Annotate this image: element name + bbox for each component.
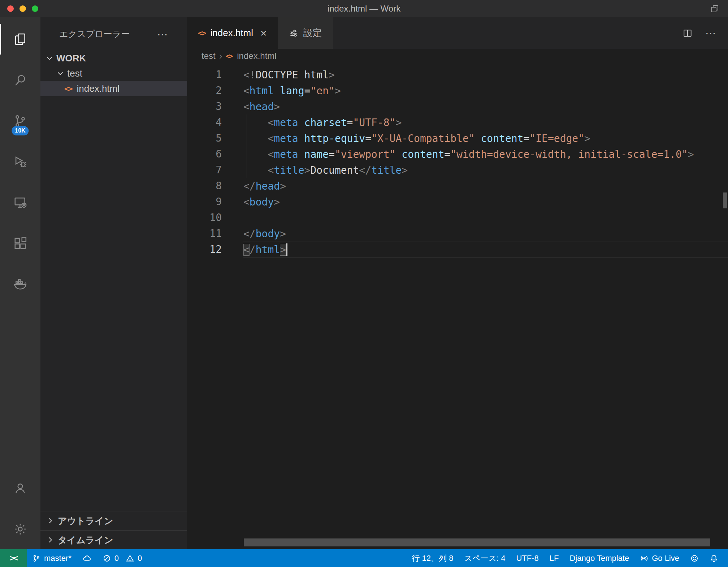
code-token: > <box>280 228 286 240</box>
code-line[interactable]: 2<html lang="en"> <box>187 83 728 99</box>
code-token: > <box>304 164 311 176</box>
code-token: name <box>304 148 329 160</box>
code-text: <meta http-equiv="X-UA-Compatible" conte… <box>243 130 728 146</box>
activity-settings[interactable] <box>0 508 40 549</box>
git-branch-item[interactable]: master* <box>27 549 77 567</box>
code-token: > <box>274 196 280 208</box>
notifications-item[interactable] <box>704 549 724 567</box>
activity-bar-bottom <box>0 468 40 549</box>
chevron-right-icon <box>46 536 54 544</box>
breadcrumb: test › <> index.html <box>187 49 728 63</box>
extensions-icon <box>13 237 27 250</box>
activity-accounts[interactable] <box>0 468 40 508</box>
code-editor[interactable]: 1<!DOCTYPE html>2<html lang="en">3<head>… <box>187 63 728 549</box>
indentation-label: スペース: 4 <box>464 553 505 564</box>
code-line[interactable]: 9<body> <box>187 194 728 210</box>
sidebar-title: エクスプローラー <box>59 28 130 40</box>
breadcrumb-folder[interactable]: test <box>202 51 216 61</box>
editor-more-actions-button[interactable]: ⋯ <box>705 27 716 39</box>
publish-changes-button[interactable] <box>77 549 97 567</box>
code-token: "width=device-width, initial-scale=1.0" <box>450 148 688 160</box>
code-token <box>298 148 304 160</box>
language-label: Django Template <box>569 554 629 563</box>
activity-source-control[interactable]: 10K <box>0 100 40 141</box>
tree-item-folder-test[interactable]: test <box>40 66 187 81</box>
code-line[interactable]: 1<!DOCTYPE html> <box>187 67 728 83</box>
code-line[interactable]: 11</body> <box>187 226 728 242</box>
code-token: body <box>250 196 274 208</box>
tab-index-html[interactable]: <> index.html × <box>187 17 278 49</box>
tab-label: 設定 <box>303 27 322 39</box>
eol-item[interactable]: LF <box>544 549 564 567</box>
chevron-down-icon <box>46 54 53 62</box>
code-text: <body> <box>243 194 728 210</box>
code-token: lang <box>280 85 304 97</box>
code-token: < <box>268 117 274 129</box>
code-line[interactable]: 4 <meta charset="UTF-8"> <box>187 114 728 130</box>
code-token <box>274 85 280 97</box>
window-layout-icon[interactable] <box>710 4 719 13</box>
code-token: < <box>268 133 274 144</box>
feedback-item[interactable] <box>685 549 704 567</box>
tab-settings[interactable]: 設定 <box>278 17 333 49</box>
close-window-button[interactable] <box>7 5 14 12</box>
activity-bar: 10K <box>0 17 40 549</box>
tree-item-workspace[interactable]: WORK <box>40 51 187 66</box>
activity-extensions[interactable] <box>0 223 40 264</box>
indent-guide <box>247 114 247 178</box>
tree-item-file-index-html[interactable]: <> index.html <box>40 81 187 96</box>
sidebar-header: エクスプローラー ⋯ <box>40 17 187 51</box>
code-token: < <box>268 148 274 160</box>
minimize-window-button[interactable] <box>20 5 26 12</box>
language-mode-item[interactable]: Django Template <box>564 549 634 567</box>
code-token <box>395 148 402 160</box>
code-token: <! <box>243 69 256 81</box>
outline-section-header[interactable]: アウトライン <box>40 511 187 530</box>
remote-indicator[interactable]: >< <box>0 549 27 567</box>
workspace-label: WORK <box>56 53 86 64</box>
activity-docker[interactable] <box>0 264 40 304</box>
indentation-item[interactable]: スペース: 4 <box>459 549 511 567</box>
code-token: > <box>402 164 408 176</box>
code-line[interactable]: 10 <box>187 210 728 226</box>
sidebar-more-actions-button[interactable]: ⋯ <box>157 28 168 40</box>
activity-run-debug[interactable] <box>0 141 40 182</box>
code-token: html <box>256 244 280 256</box>
encoding-item[interactable]: UTF-8 <box>511 549 544 567</box>
bell-icon <box>710 554 718 563</box>
cursor-position-item[interactable]: 行 12、列 8 <box>407 549 459 567</box>
chevron-right-icon: › <box>219 51 222 62</box>
code-line[interactable]: 8</head> <box>187 178 728 194</box>
code-line[interactable]: 12</html> <box>187 242 728 257</box>
code-token <box>298 117 304 129</box>
outline-label: アウトライン <box>58 515 113 527</box>
timeline-section-header[interactable]: タイムライン <box>40 530 187 549</box>
activity-remote-explorer[interactable] <box>0 182 40 223</box>
activity-search[interactable] <box>0 60 40 100</box>
code-token: > <box>688 148 694 160</box>
code-line[interactable]: 3<head> <box>187 99 728 114</box>
zoom-window-button[interactable] <box>32 5 38 12</box>
html-file-icon: <> <box>198 29 205 38</box>
code-token: body <box>256 228 280 240</box>
line-number: 11 <box>187 226 222 242</box>
code-text: <!DOCTYPE html> <box>243 67 728 83</box>
remote-explorer-icon <box>13 196 27 209</box>
code-line[interactable]: 5 <meta http-equiv="X-UA-Compatible" con… <box>187 130 728 146</box>
code-line[interactable]: 7 <title>Document</title> <box>187 162 728 178</box>
code-token: DOCTYPE html <box>256 69 329 81</box>
tab-bar: <> index.html × 設定 <box>187 17 728 49</box>
split-editor-icon[interactable] <box>683 29 692 38</box>
horizontal-scrollbar[interactable] <box>244 538 710 546</box>
code-line[interactable]: 6 <meta name="viewport" content="width=d… <box>187 146 728 162</box>
problems-item[interactable]: 0 0 <box>97 549 148 567</box>
close-tab-icon[interactable]: × <box>260 28 267 39</box>
go-live-item[interactable]: Go Live <box>634 549 685 567</box>
text-cursor <box>286 243 287 256</box>
code-token: = <box>304 85 311 97</box>
code-token: title <box>274 164 304 176</box>
breadcrumb-file[interactable]: index.html <box>237 51 276 61</box>
activity-explorer[interactable] <box>0 19 40 60</box>
code-text: <meta name="viewport" content="width=dev… <box>243 146 728 162</box>
code-text <box>243 210 728 226</box>
